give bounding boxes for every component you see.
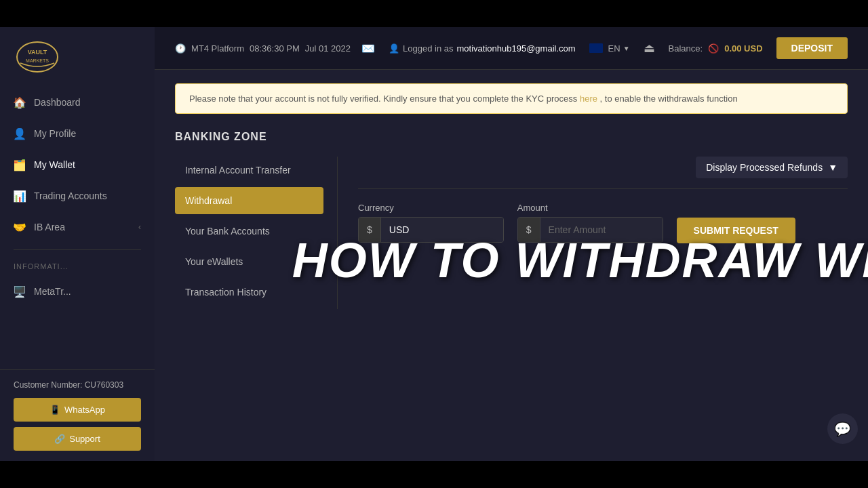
logout-icon[interactable]: ⏏ (644, 41, 655, 56)
monitor-icon: 🖥️ (14, 285, 26, 298)
envelope-icon[interactable]: ✉️ (361, 42, 375, 55)
header: 🕐 MT4 Platform 08:36:30 PM Jul 01 2022 ✉… (155, 27, 868, 70)
time-display: 08:36:30 PM (250, 43, 300, 54)
vault-markets-logo: VAULT MARKETS (14, 39, 61, 75)
menu-bank-accounts[interactable]: Your Bank Accounts (175, 218, 323, 245)
bottom-bar (0, 461, 868, 488)
lang-code: EN (608, 43, 620, 54)
sidebar-bottom: Customer Number: CU760303 📱 WhatsApp 🔗 S… (0, 369, 155, 461)
banking-zone-title: BANKING ZONE (175, 131, 848, 143)
sidebar-label-my-wallet: My Wallet (34, 159, 75, 170)
currency-prefix: $ (359, 218, 381, 242)
support-button[interactable]: 🔗 Support (14, 427, 141, 451)
trading-icon: 📊 (14, 190, 26, 202)
display-refunds-label: Display Processed Refunds (706, 162, 823, 173)
chevron-left-icon: ‹ (138, 222, 141, 232)
balance-icon: 🚫 (708, 43, 719, 54)
logged-in-as-label: Logged in as (403, 43, 453, 54)
sidebar-item-my-wallet[interactable]: 🗂️ My Wallet (0, 149, 155, 180)
chevron-down-icon: ▼ (828, 162, 837, 173)
balance-area: Balance: 🚫 0.00 USD (669, 43, 763, 54)
currency-group: Currency $ (358, 203, 504, 243)
alert-banner: Please note that your account is not ful… (175, 83, 848, 114)
sidebar: VAULT MARKETS 🏠 Dashboard 👤 My Profile 🗂… (0, 27, 155, 461)
header-platform-info: 🕐 MT4 Platform 08:36:30 PM Jul 01 2022 (175, 43, 351, 54)
home-icon: 🏠 (14, 96, 26, 108)
wallet-icon: 🗂️ (14, 159, 26, 171)
menu-transaction-history[interactable]: Transaction History (175, 279, 323, 306)
menu-internal-transfer[interactable]: Internal Account Transfer (175, 157, 323, 184)
amount-input[interactable] (540, 218, 663, 242)
balance-label: Balance: (669, 43, 703, 54)
svg-point-0 (17, 42, 58, 72)
svg-text:MARKETS: MARKETS (26, 58, 49, 63)
top-bar (0, 0, 868, 27)
whatsapp-icon: 📱 (50, 405, 60, 415)
currency-label: Currency (358, 203, 504, 213)
platform-label: MT4 Platform (191, 43, 244, 54)
sidebar-label-my-profile: My Profile (34, 128, 76, 139)
login-info: 👤 Logged in as motivationhub195@gmail.co… (389, 43, 576, 54)
language-selector[interactable]: EN ▼ (589, 43, 630, 54)
amount-label: Amount (517, 203, 663, 213)
whatsapp-label: WhatsApp (64, 405, 105, 415)
sidebar-label-ib-area: IB Area (34, 222, 65, 232)
support-icon: 🔗 (54, 434, 65, 444)
currency-input-wrapper: $ (358, 217, 504, 243)
sidebar-item-my-profile[interactable]: 👤 My Profile (0, 118, 155, 149)
sidebar-nav: 🏠 Dashboard 👤 My Profile 🗂️ My Wallet 📊 … (0, 87, 155, 369)
svg-text:VAULT: VAULT (28, 49, 47, 56)
submit-request-button[interactable]: SUBMIT REQUEST (677, 218, 795, 243)
menu-withdrawal[interactable]: Withdrawal (175, 187, 323, 214)
currency-input[interactable] (381, 218, 503, 242)
customer-number: Customer Number: CU760303 (14, 380, 141, 390)
info-section-label: INFORMATI... (0, 257, 155, 276)
chat-icon: 💬 (834, 421, 851, 437)
date-display: Jul 01 2022 (305, 43, 351, 54)
support-label: Support (69, 434, 100, 444)
menu-ewallets[interactable]: Your eWallets (175, 248, 323, 275)
sidebar-divider-1 (14, 249, 141, 250)
kyc-link[interactable]: here (580, 94, 597, 104)
header-right: ✉️ 👤 Logged in as motivationhub195@gmail… (361, 37, 848, 59)
chevron-down-icon: ▼ (623, 45, 630, 52)
sidebar-item-ib-area[interactable]: 🤝 IB Area ‹ (0, 211, 155, 243)
withdrawal-form-row: Currency $ Amount $ (358, 203, 848, 243)
alert-message: Please note that your account is not ful… (189, 94, 577, 104)
ib-icon: 🤝 (14, 221, 26, 233)
balance-value: 0.00 USD (724, 43, 762, 54)
content-area: Please note that your account is not ful… (155, 70, 868, 461)
banking-zone: BANKING ZONE Internal Account Transfer W… (175, 131, 848, 309)
user-email: motivationhub195@gmail.com (457, 43, 576, 54)
display-refunds-bar: Display Processed Refunds ▼ (358, 157, 848, 189)
display-refunds-button[interactable]: Display Processed Refunds ▼ (696, 157, 848, 178)
user-icon: 👤 (389, 43, 399, 54)
sidebar-label-metatrader: MetaTr... (34, 286, 71, 297)
banking-left-menu: Internal Account Transfer Withdrawal You… (175, 157, 338, 309)
sidebar-item-trading-accounts[interactable]: 📊 Trading Accounts (0, 180, 155, 211)
main-content: 🕐 MT4 Platform 08:36:30 PM Jul 01 2022 ✉… (155, 27, 868, 461)
sidebar-item-metatrader[interactable]: 🖥️ MetaTr... (0, 276, 155, 307)
amount-input-wrapper: $ (517, 217, 663, 243)
profile-icon: 👤 (14, 127, 26, 140)
banking-right-panel: Display Processed Refunds ▼ Currency $ (338, 157, 848, 309)
amount-prefix: $ (518, 218, 540, 242)
logo-area: VAULT MARKETS (0, 27, 155, 87)
sidebar-label-dashboard: Dashboard (34, 97, 81, 108)
deposit-button[interactable]: DEPOSIT (776, 37, 848, 59)
banking-layout: Internal Account Transfer Withdrawal You… (175, 157, 848, 309)
uk-flag-icon (589, 43, 603, 53)
clock-icon: 🕐 (175, 43, 186, 54)
chat-button[interactable]: 💬 (827, 413, 858, 444)
alert-suffix: , to enable the withdrawals function (600, 94, 738, 104)
sidebar-item-dashboard[interactable]: 🏠 Dashboard (0, 87, 155, 118)
sidebar-label-trading-accounts: Trading Accounts (34, 190, 107, 201)
whatsapp-button[interactable]: 📱 WhatsApp (14, 398, 141, 422)
amount-group: Amount $ (517, 203, 663, 243)
